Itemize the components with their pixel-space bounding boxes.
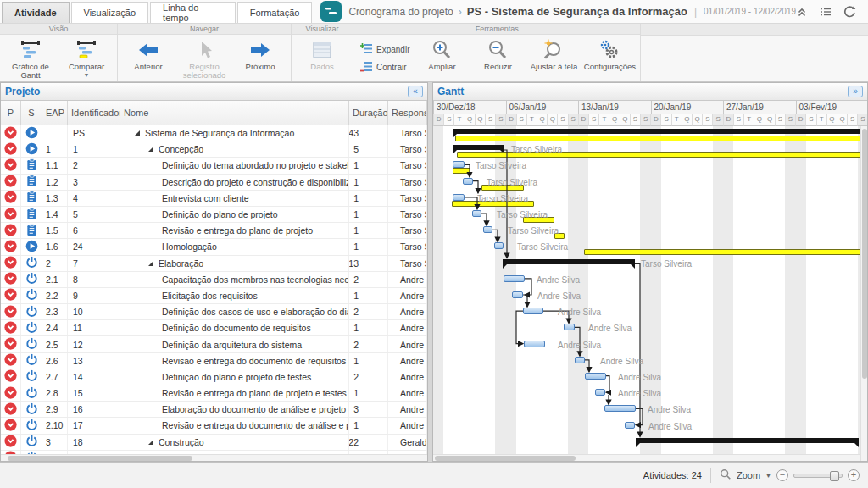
tab-linha-do-tempo[interactable]: Linha do tempo [150,2,236,23]
row-actions-icon[interactable] [4,126,17,141]
table-row[interactable]: 27Elaboração13Tarso Silveira [1,256,427,272]
status-power-icon[interactable] [25,353,38,368]
row-actions-icon[interactable] [4,175,17,189]
list-view-icon[interactable] [820,6,832,18]
row-actions-icon[interactable] [4,305,17,319]
row-actions-icon[interactable] [4,353,17,368]
table-row[interactable]: 1.56Revisão e entrega do plano de projet… [1,223,427,239]
status-power-icon[interactable] [25,369,38,384]
zoom-slider-handle[interactable] [830,471,839,481]
status-power-icon[interactable] [25,321,38,336]
ampliar-button[interactable]: Ampliar [415,36,469,80]
table-row[interactable]: 1.23Descrição do projeto e construção e … [1,175,427,191]
row-actions-icon[interactable] [4,321,17,336]
tree-collapse-icon[interactable] [148,440,153,445]
row-actions-icon[interactable] [4,224,17,238]
status-clipboard-icon[interactable] [25,208,38,222]
table-row[interactable]: 11Concepção5Tarso Silveira [1,141,427,158]
row-actions-icon[interactable] [4,288,17,302]
configurações-button[interactable]: Configurações [582,36,637,80]
column-header-durao[interactable]: Duração ... [349,101,388,125]
gráfico-de-gantt-button[interactable]: Gráfico de Gantt▼ [3,36,58,80]
status-power-icon[interactable] [25,272,38,286]
table-hscroll-thumb[interactable] [8,456,192,461]
table-row[interactable]: 1.12Definição do tema abordado no projet… [1,158,427,174]
column-header-nome[interactable]: Nome [120,101,349,125]
row-actions-icon[interactable] [4,142,17,157]
próximo-button[interactable]: Próximo [233,36,287,80]
zoom-label[interactable]: Zoom [737,470,760,480]
row-actions-icon[interactable] [4,240,17,254]
tab-formatação[interactable]: Formatação [237,2,313,23]
gantt-vertical-scrollbar[interactable] [860,126,867,461]
zoom-dropdown-caret[interactable]: ▼ [765,473,771,479]
tab-atividade[interactable]: Atividade [2,2,70,23]
table-row[interactable]: 318Construção22Geraldo Pro [1,435,427,451]
table-row[interactable]: PSSistema de Segurança da Informação43Ta… [1,125,427,141]
row-actions-icon[interactable] [4,256,17,270]
row-actions-icon[interactable] [4,158,17,173]
row-actions-icon[interactable] [4,369,17,384]
tree-collapse-icon[interactable] [148,261,153,266]
ajustar-à-tela-button[interactable]: Ajustar à tela [526,36,581,80]
status-clipboard-icon[interactable] [25,224,38,238]
table-row[interactable]: 2.815Revisão e entrega do plano de proje… [1,385,427,402]
collapse-panel-button[interactable]: « [408,86,423,97]
status-power-icon[interactable] [25,419,38,433]
table-row[interactable]: 1.34Entrevista com cliente1Tarso Silveir… [1,191,427,207]
status-play-icon[interactable] [25,240,38,254]
table-row[interactable]: 2.512Definição da arquitetura do sistema… [1,336,427,352]
status-power-icon[interactable] [25,402,38,417]
table-row[interactable]: 2.1017Revisão e entrega do documento de … [1,418,427,434]
expandir-button[interactable]: Expandir [360,42,409,57]
expand-panel-button[interactable]: » [848,86,863,97]
row-actions-icon[interactable] [4,419,17,433]
table-row[interactable]: 1.45Definição do plano de projeto1Tarso … [1,207,427,223]
row-actions-icon[interactable] [4,386,17,401]
column-header-eap[interactable]: EAP [42,101,68,125]
column-header-p[interactable]: P [1,101,21,125]
status-play-icon[interactable] [25,142,38,157]
zoom-slider[interactable] [793,474,843,478]
comparar-button[interactable]: Comparar▼ [59,36,114,80]
table-row[interactable]: 2.613Revisão e entrega do documento de r… [1,353,427,369]
refresh-icon[interactable] [843,5,856,18]
table-row[interactable]: 2.18Capacitação dos membros nas tecnolog… [1,272,427,288]
tree-collapse-icon[interactable] [135,130,140,136]
status-clipboard-icon[interactable] [25,175,38,189]
column-header-identificador[interactable]: Identificador [68,101,120,125]
anterior-button[interactable]: Anterior [121,36,175,80]
status-clipboard-icon[interactable] [25,191,38,205]
zoom-out-button[interactable]: − [776,469,788,481]
table-row[interactable]: 1.624Homologação1Tarso Silveira [1,239,427,255]
gantt-vscroll-thumb[interactable] [862,129,867,379]
row-actions-icon[interactable] [4,435,17,449]
table-row[interactable]: 2.29Elicitação dos requisitos1Andre Silv… [1,288,427,304]
status-power-icon[interactable] [25,256,38,270]
breadcrumb-app[interactable]: Cronograma do projeto [348,6,453,18]
table-row[interactable]: 2.714Definição do plano e projeto de tes… [1,369,427,385]
row-actions-icon[interactable] [4,272,17,286]
column-header-s[interactable]: S [21,101,42,125]
row-actions-icon[interactable] [4,191,17,205]
row-actions-icon[interactable] [4,402,17,417]
table-row[interactable]: 2.310Definição dos casos de uso e elabor… [1,304,427,320]
zoom-in-button[interactable]: + [848,469,860,481]
status-power-icon[interactable] [25,386,38,401]
row-actions-icon[interactable] [4,208,17,222]
table-row[interactable]: 2.916Elaboração do documento de análise … [1,402,427,418]
collapse-ribbon-icon[interactable] [796,6,808,18]
status-power-icon[interactable] [25,288,38,302]
gantt-hscroll-thumb[interactable] [435,456,576,461]
column-header-responsvel[interactable]: Responsável [388,101,427,125]
table-horizontal-scrollbar[interactable] [1,454,427,461]
row-actions-icon[interactable] [4,337,17,352]
status-power-icon[interactable] [25,337,38,352]
status-power-icon[interactable] [25,305,38,319]
status-play-icon[interactable] [25,126,38,141]
status-clipboard-icon[interactable] [25,158,38,173]
contrair-button[interactable]: Contrair [360,60,409,75]
gantt-horizontal-scrollbar[interactable] [433,454,860,461]
tree-collapse-icon[interactable] [148,147,153,152]
status-power-icon[interactable] [25,435,38,449]
